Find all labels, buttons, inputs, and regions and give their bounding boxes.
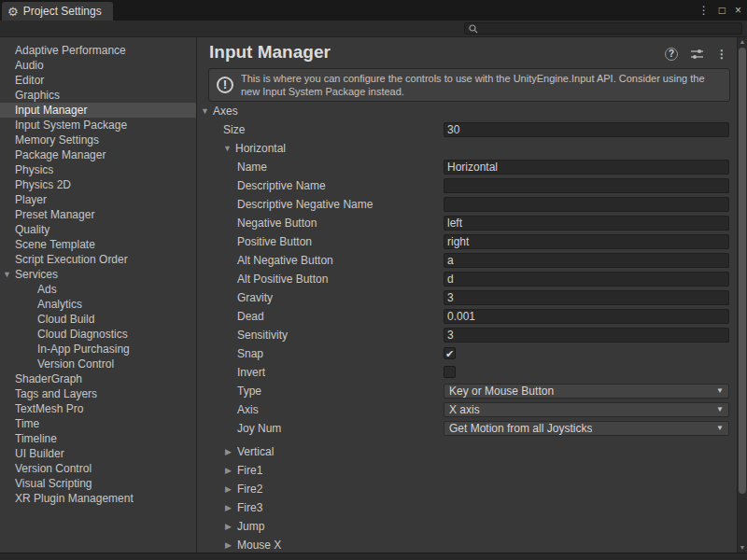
alt-positive-button-input[interactable] [444, 272, 729, 287]
invert-checkbox[interactable] [444, 366, 456, 378]
toolbar [0, 21, 747, 37]
axis-label: Jump [237, 520, 264, 533]
sidebar-item-preset-manager[interactable]: Preset Manager [0, 207, 196, 222]
foldout-open-icon[interactable]: ▼ [3, 271, 15, 279]
window-menu-icon[interactable]: ⋮ [698, 4, 710, 17]
positive-button-input[interactable] [444, 234, 729, 249]
sidebar-item-textmesh-pro[interactable]: TextMesh Pro [0, 401, 196, 416]
sensitivity-input[interactable] [444, 328, 729, 343]
sidebar-item-physics[interactable]: Physics [0, 162, 196, 177]
sidebar-item-physics-2d[interactable]: Physics 2D [0, 177, 196, 192]
tab-project-settings[interactable]: ⚙ Project Settings [2, 2, 113, 21]
window-controls: ⋮ □ × [698, 0, 741, 21]
descriptive-negative-name-input[interactable] [444, 197, 729, 212]
sidebar-item-input-manager[interactable]: Input Manager [0, 103, 196, 118]
context-menu-icon[interactable]: ⋮ [716, 48, 727, 61]
field-row-alt-positive-button: Alt Positive Button [197, 270, 737, 288]
sidebar-item-analytics[interactable]: Analytics [0, 297, 196, 312]
field-row-dead: Dead [197, 307, 737, 326]
sidebar-item-in-app-purchasing[interactable]: In-App Purchasing [0, 342, 196, 357]
sidebar-item-quality[interactable]: Quality [0, 222, 196, 237]
snap-checkbox[interactable]: ✔ [444, 347, 456, 359]
sidebar-item-memory-settings[interactable]: Memory Settings [0, 133, 196, 147]
scroll-down-icon[interactable]: ▼ [738, 543, 747, 553]
sidebar-item-tags-and-layers[interactable]: Tags and Layers [0, 386, 196, 401]
sidebar-item-version-control-service[interactable]: Version Control [0, 357, 196, 371]
sidebar-item-player[interactable]: Player [0, 192, 196, 207]
field-row-type: Type Key or Mouse Button ▼ [197, 382, 737, 400]
horizontal-label: Horizontal [235, 142, 286, 155]
search-box[interactable] [464, 22, 742, 35]
sidebar-item-graphics[interactable]: Graphics [0, 88, 196, 103]
axes-foldout-row: ▼ Axes [197, 102, 737, 120]
scroll-up-icon[interactable]: ▲ [738, 37, 747, 47]
vertical-scrollbar[interactable]: ▲ ▼ [737, 37, 747, 553]
field-label: Invert [197, 366, 265, 379]
sidebar-item-editor[interactable]: Editor [0, 73, 196, 88]
field-label: Name [197, 161, 267, 174]
field-row-snap: Snap ✔ [197, 344, 737, 363]
field-row-gravity: Gravity [197, 288, 737, 307]
type-dropdown[interactable]: Key or Mouse Button ▼ [444, 384, 729, 399]
foldout-open-icon[interactable]: ▼ [223, 145, 235, 153]
sidebar-item-services[interactable]: ▼ Services [0, 267, 196, 282]
axis-label: Fire3 [237, 501, 262, 514]
sidebar-item-input-system-package[interactable]: Input System Package [0, 118, 196, 133]
sidebar-item-shadergraph[interactable]: ShaderGraph [0, 371, 196, 386]
field-row-descriptive-negative-name: Descriptive Negative Name [197, 195, 737, 214]
axis-label: Vertical [237, 445, 274, 458]
presets-icon[interactable] [690, 49, 704, 60]
sidebar-item-xr-plugin-management[interactable]: XR Plugin Management [0, 491, 196, 506]
foldout-closed-icon[interactable]: ▶ [225, 448, 237, 456]
input-manager-panel: Input Manager ? ⋮ ! This is where you ca… [197, 37, 737, 553]
field-label: Descriptive Negative Name [197, 198, 373, 211]
dropdown-arrow-icon: ▼ [716, 406, 724, 413]
size-input[interactable] [444, 122, 729, 137]
sidebar-item-timeline[interactable]: Timeline [0, 431, 196, 446]
gear-icon: ⚙ [7, 6, 19, 18]
sidebar-item-ads[interactable]: Ads [0, 282, 196, 297]
sidebar-item-time[interactable]: Time [0, 416, 196, 431]
alt-negative-button-input[interactable] [444, 253, 729, 268]
axis-dropdown[interactable]: X axis ▼ [444, 402, 729, 417]
field-row-positive-button: Positive Button [197, 232, 737, 251]
axis-row-fire1: ▶ Fire1 [197, 461, 737, 480]
sidebar-item-ui-builder[interactable]: UI Builder [0, 446, 196, 461]
axis-row-fire2: ▶ Fire2 [197, 480, 737, 498]
sidebar-item-audio[interactable]: Audio [0, 58, 196, 73]
descriptive-name-input[interactable] [444, 178, 729, 193]
name-input[interactable] [444, 160, 729, 175]
foldout-closed-icon[interactable]: ▶ [225, 523, 237, 531]
info-icon: ! [217, 77, 233, 93]
sidebar-item-cloud-build[interactable]: Cloud Build [0, 312, 196, 327]
field-label: Descriptive Name [197, 179, 326, 192]
foldout-open-icon[interactable]: ▼ [201, 107, 213, 116]
search-input[interactable] [481, 23, 738, 34]
field-row-alt-negative-button: Alt Negative Button [197, 251, 737, 270]
axis-row-jump: ▶ Jump [197, 517, 737, 536]
foldout-closed-icon[interactable]: ▶ [225, 467, 237, 475]
foldout-closed-icon[interactable]: ▶ [225, 541, 237, 550]
negative-button-input[interactable] [444, 216, 729, 231]
field-label: Dead [197, 310, 264, 323]
dead-input[interactable] [444, 309, 729, 324]
scrollbar-thumb[interactable] [739, 48, 746, 494]
foldout-closed-icon[interactable]: ▶ [225, 485, 237, 494]
info-text: This is where you can configure the cont… [241, 69, 729, 98]
dropdown-arrow-icon: ▼ [716, 425, 724, 432]
gravity-input[interactable] [444, 290, 729, 305]
maximize-icon[interactable]: □ [719, 4, 726, 17]
sidebar-item-visual-scripting[interactable]: Visual Scripting [0, 476, 196, 491]
foldout-closed-icon[interactable]: ▶ [225, 504, 237, 512]
sidebar-item-script-execution-order[interactable]: Script Execution Order [0, 252, 196, 267]
sidebar-item-version-control[interactable]: Version Control [0, 461, 196, 476]
sidebar-item-scene-template[interactable]: Scene Template [0, 237, 196, 252]
sidebar-item-adaptive-performance[interactable]: Adaptive Performance [0, 43, 196, 58]
check-icon: ✔ [444, 348, 455, 359]
tab-title: Project Settings [23, 5, 102, 18]
joy-num-dropdown[interactable]: Get Motion from all Joysticks ▼ [444, 421, 729, 436]
help-icon[interactable]: ? [665, 48, 678, 61]
sidebar-item-cloud-diagnostics[interactable]: Cloud Diagnostics [0, 327, 196, 342]
close-icon[interactable]: × [735, 4, 741, 17]
sidebar-item-package-manager[interactable]: Package Manager [0, 147, 196, 162]
